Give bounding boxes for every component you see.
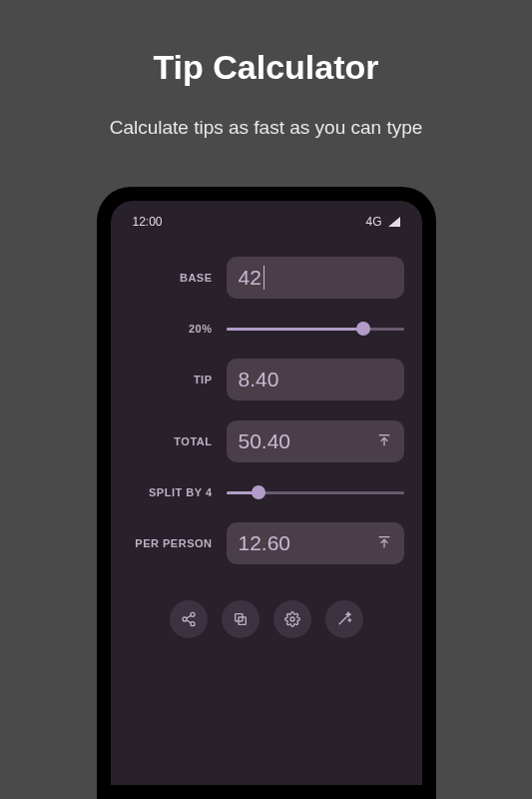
total-value: 50.40	[239, 429, 291, 453]
split-slider[interactable]	[227, 482, 404, 502]
status-time: 12:00	[133, 215, 163, 229]
phone-frame: 12:00 4G BASE 42 20% TIP	[97, 187, 436, 799]
svg-point-11	[290, 617, 294, 621]
base-input[interactable]: 42	[227, 257, 404, 299]
round-up-icon[interactable]	[376, 531, 392, 555]
split-label: SPLIT BY 4	[129, 486, 213, 498]
per-person-value: 12.60	[239, 531, 291, 555]
copy-button[interactable]	[222, 600, 260, 638]
text-cursor	[264, 266, 266, 290]
round-up-icon[interactable]	[376, 429, 392, 453]
tip-percent-label: 20%	[129, 323, 213, 335]
svg-point-6	[191, 622, 195, 626]
share-button[interactable]	[170, 600, 208, 638]
settings-button[interactable]	[273, 600, 311, 638]
svg-point-4	[191, 612, 195, 616]
signal-icon	[388, 217, 400, 227]
total-output: 50.40	[227, 420, 404, 462]
action-bar	[129, 600, 404, 638]
svg-line-12	[338, 616, 346, 624]
per-person-output: 12.60	[227, 522, 404, 564]
svg-point-5	[183, 617, 187, 621]
subtitle: Calculate tips as fast as you can type	[110, 117, 423, 139]
tip-value: 8.40	[239, 368, 279, 392]
base-label: BASE	[129, 272, 213, 284]
magic-button[interactable]	[325, 600, 363, 638]
page-title: Tip Calculator	[153, 48, 378, 87]
base-value: 42	[239, 266, 262, 290]
tip-percent-slider[interactable]	[227, 319, 404, 339]
phone-screen: 12:00 4G BASE 42 20% TIP	[111, 201, 422, 785]
total-label: TOTAL	[129, 435, 213, 447]
svg-line-7	[186, 615, 191, 618]
per-person-label: PER PERSON	[129, 537, 213, 549]
status-bar: 12:00 4G	[129, 201, 404, 237]
svg-line-8	[186, 620, 191, 623]
tip-label: TIP	[129, 374, 213, 386]
tip-output: 8.40	[227, 359, 404, 400]
status-network: 4G	[365, 215, 381, 229]
